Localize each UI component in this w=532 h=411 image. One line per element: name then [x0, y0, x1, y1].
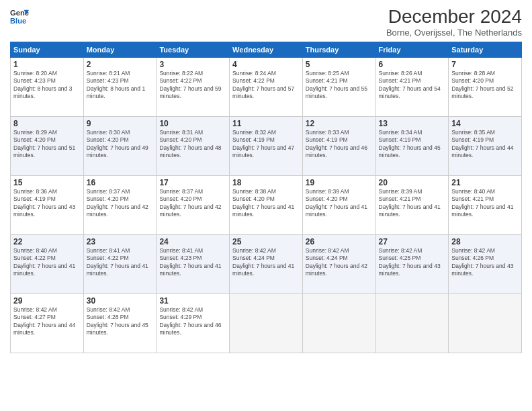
calendar-cell	[449, 293, 522, 353]
day-number: 4	[232, 60, 300, 69]
day-number: 20	[379, 178, 446, 187]
day-info: Sunrise: 8:42 AMSunset: 4:26 PMDaylight:…	[451, 247, 519, 278]
day-info: Sunrise: 8:42 AMSunset: 4:25 PMDaylight:…	[379, 247, 446, 278]
day-info: Sunrise: 8:41 AMSunset: 4:23 PMDaylight:…	[159, 247, 226, 278]
calendar-cell: 16 Sunrise: 8:37 AMSunset: 4:20 PMDaylig…	[83, 175, 157, 234]
day-info: Sunrise: 8:28 AMSunset: 4:20 PMDaylight:…	[451, 70, 519, 101]
col-header-friday: Friday	[375, 42, 449, 57]
col-header-thursday: Thursday	[302, 42, 375, 57]
day-info: Sunrise: 8:42 AMSunset: 4:27 PMDaylight:…	[13, 306, 81, 337]
logo: General Blue	[10, 7, 29, 26]
calendar-cell: 7 Sunrise: 8:28 AMSunset: 4:20 PMDayligh…	[449, 57, 522, 116]
day-number: 12	[306, 119, 373, 128]
day-info: Sunrise: 8:20 AMSunset: 4:23 PMDaylight:…	[13, 70, 81, 101]
day-number: 30	[87, 296, 154, 306]
calendar-cell: 17 Sunrise: 8:37 AMSunset: 4:20 PMDaylig…	[157, 175, 230, 234]
day-info: Sunrise: 8:31 AMSunset: 4:20 PMDaylight:…	[159, 129, 226, 160]
day-number: 29	[13, 296, 81, 306]
calendar-cell: 26 Sunrise: 8:42 AMSunset: 4:24 PMDaylig…	[302, 234, 375, 293]
calendar-cell: 1 Sunrise: 8:20 AMSunset: 4:23 PMDayligh…	[11, 57, 84, 116]
title-block: December 2024 Borne, Overijssel, The Net…	[386, 7, 522, 38]
calendar-cell	[375, 293, 449, 353]
day-number: 9	[87, 119, 154, 128]
day-info: Sunrise: 8:39 AMSunset: 4:21 PMDaylight:…	[379, 188, 446, 219]
day-number: 25	[232, 237, 300, 246]
calendar-cell: 12 Sunrise: 8:33 AMSunset: 4:19 PMDaylig…	[302, 116, 375, 175]
day-number: 28	[451, 237, 519, 246]
calendar-cell: 8 Sunrise: 8:29 AMSunset: 4:20 PMDayligh…	[11, 116, 84, 175]
calendar-cell: 29 Sunrise: 8:42 AMSunset: 4:27 PMDaylig…	[11, 293, 84, 353]
subtitle: Borne, Overijssel, The Netherlands	[386, 28, 522, 38]
day-info: Sunrise: 8:42 AMSunset: 4:28 PMDaylight:…	[87, 306, 154, 337]
day-number: 14	[451, 119, 519, 128]
calendar-cell	[230, 293, 303, 353]
day-info: Sunrise: 8:37 AMSunset: 4:20 PMDaylight:…	[159, 188, 226, 219]
calendar-cell: 6 Sunrise: 8:26 AMSunset: 4:21 PMDayligh…	[375, 57, 449, 116]
calendar-cell: 5 Sunrise: 8:25 AMSunset: 4:21 PMDayligh…	[302, 57, 375, 116]
calendar-header-row: SundayMondayTuesdayWednesdayThursdayFrid…	[11, 42, 522, 57]
calendar-week-1: 1 Sunrise: 8:20 AMSunset: 4:23 PMDayligh…	[11, 57, 522, 116]
day-number: 21	[451, 178, 519, 187]
day-info: Sunrise: 8:40 AMSunset: 4:21 PMDaylight:…	[451, 188, 519, 219]
day-number: 16	[87, 178, 154, 187]
day-info: Sunrise: 8:34 AMSunset: 4:19 PMDaylight:…	[379, 129, 446, 160]
calendar-cell: 3 Sunrise: 8:22 AMSunset: 4:22 PMDayligh…	[157, 57, 230, 116]
calendar-cell: 15 Sunrise: 8:36 AMSunset: 4:19 PMDaylig…	[11, 175, 84, 234]
day-info: Sunrise: 8:33 AMSunset: 4:19 PMDaylight:…	[306, 129, 373, 160]
day-number: 6	[379, 60, 446, 69]
day-info: Sunrise: 8:26 AMSunset: 4:21 PMDaylight:…	[379, 70, 446, 101]
day-info: Sunrise: 8:39 AMSunset: 4:20 PMDaylight:…	[306, 188, 373, 219]
calendar-cell: 13 Sunrise: 8:34 AMSunset: 4:19 PMDaylig…	[375, 116, 449, 175]
calendar-cell: 14 Sunrise: 8:35 AMSunset: 4:19 PMDaylig…	[449, 116, 522, 175]
calendar-cell: 18 Sunrise: 8:38 AMSunset: 4:20 PMDaylig…	[230, 175, 303, 234]
day-number: 1	[13, 60, 81, 69]
calendar-cell: 30 Sunrise: 8:42 AMSunset: 4:28 PMDaylig…	[83, 293, 157, 353]
day-number: 3	[159, 60, 226, 69]
day-info: Sunrise: 8:32 AMSunset: 4:19 PMDaylight:…	[232, 129, 300, 160]
calendar-cell: 28 Sunrise: 8:42 AMSunset: 4:26 PMDaylig…	[449, 234, 522, 293]
col-header-sunday: Sunday	[11, 42, 84, 57]
calendar: SundayMondayTuesdayWednesdayThursdayFrid…	[10, 42, 522, 353]
calendar-week-4: 22 Sunrise: 8:40 AMSunset: 4:22 PMDaylig…	[11, 234, 522, 293]
day-info: Sunrise: 8:24 AMSunset: 4:22 PMDaylight:…	[232, 70, 300, 101]
calendar-cell: 20 Sunrise: 8:39 AMSunset: 4:21 PMDaylig…	[375, 175, 449, 234]
calendar-week-2: 8 Sunrise: 8:29 AMSunset: 4:20 PMDayligh…	[11, 116, 522, 175]
day-info: Sunrise: 8:42 AMSunset: 4:24 PMDaylight:…	[306, 247, 373, 278]
day-info: Sunrise: 8:29 AMSunset: 4:20 PMDaylight:…	[13, 129, 81, 160]
day-info: Sunrise: 8:37 AMSunset: 4:20 PMDaylight:…	[87, 188, 154, 219]
calendar-cell: 27 Sunrise: 8:42 AMSunset: 4:25 PMDaylig…	[375, 234, 449, 293]
day-number: 15	[13, 178, 81, 187]
day-info: Sunrise: 8:25 AMSunset: 4:21 PMDaylight:…	[306, 70, 373, 101]
calendar-cell: 4 Sunrise: 8:24 AMSunset: 4:22 PMDayligh…	[230, 57, 303, 116]
calendar-week-3: 15 Sunrise: 8:36 AMSunset: 4:19 PMDaylig…	[11, 175, 522, 234]
col-header-monday: Monday	[83, 42, 157, 57]
day-number: 17	[159, 178, 226, 187]
svg-text:Blue: Blue	[10, 17, 26, 25]
day-number: 19	[306, 178, 373, 187]
day-number: 7	[451, 60, 519, 69]
day-info: Sunrise: 8:38 AMSunset: 4:20 PMDaylight:…	[232, 188, 300, 219]
day-info: Sunrise: 8:21 AMSunset: 4:23 PMDaylight:…	[87, 70, 154, 101]
day-number: 31	[159, 296, 226, 306]
day-info: Sunrise: 8:30 AMSunset: 4:20 PMDaylight:…	[87, 129, 154, 160]
day-info: Sunrise: 8:42 AMSunset: 4:29 PMDaylight:…	[159, 306, 226, 337]
day-number: 5	[306, 60, 373, 69]
calendar-cell: 24 Sunrise: 8:41 AMSunset: 4:23 PMDaylig…	[157, 234, 230, 293]
col-header-tuesday: Tuesday	[157, 42, 230, 57]
day-number: 23	[87, 237, 154, 246]
main-title: December 2024	[386, 7, 522, 28]
day-info: Sunrise: 8:42 AMSunset: 4:24 PMDaylight:…	[232, 247, 300, 278]
day-number: 26	[306, 237, 373, 246]
day-info: Sunrise: 8:22 AMSunset: 4:22 PMDaylight:…	[159, 70, 226, 101]
day-info: Sunrise: 8:41 AMSunset: 4:22 PMDaylight:…	[87, 247, 154, 278]
calendar-cell: 23 Sunrise: 8:41 AMSunset: 4:22 PMDaylig…	[83, 234, 157, 293]
calendar-cell: 10 Sunrise: 8:31 AMSunset: 4:20 PMDaylig…	[157, 116, 230, 175]
day-info: Sunrise: 8:35 AMSunset: 4:19 PMDaylight:…	[451, 129, 519, 160]
calendar-cell: 22 Sunrise: 8:40 AMSunset: 4:22 PMDaylig…	[11, 234, 84, 293]
day-number: 11	[232, 119, 300, 128]
day-number: 22	[13, 237, 81, 246]
calendar-cell: 31 Sunrise: 8:42 AMSunset: 4:29 PMDaylig…	[157, 293, 230, 353]
calendar-week-5: 29 Sunrise: 8:42 AMSunset: 4:27 PMDaylig…	[11, 293, 522, 353]
day-number: 10	[159, 119, 226, 128]
calendar-cell	[302, 293, 375, 353]
